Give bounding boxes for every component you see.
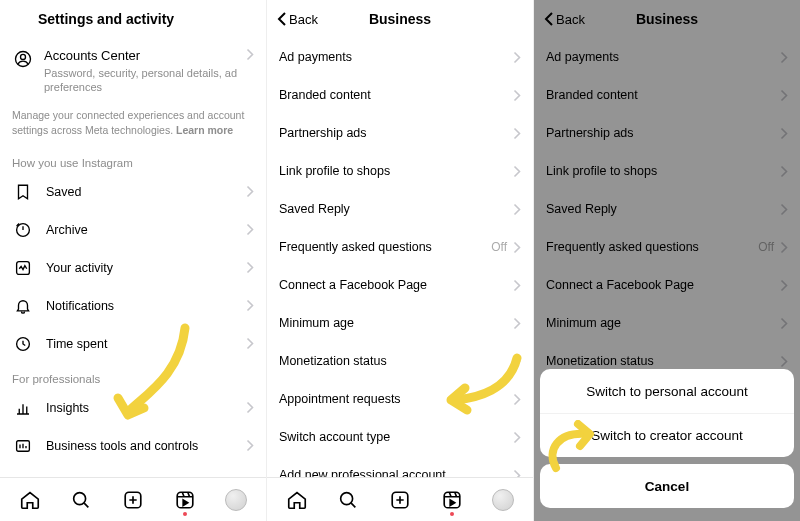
list-item[interactable]: Frequently asked questionsOff: [267, 228, 533, 266]
business-header: Back Business: [267, 0, 533, 38]
notifications-row[interactable]: Notifications: [0, 287, 266, 325]
avatar-icon: [492, 489, 514, 511]
business-panel: Back Business Ad paymentsBranded content…: [267, 0, 534, 521]
list-item[interactable]: Switch account type: [267, 418, 533, 456]
settings-header: Settings and activity: [0, 0, 266, 38]
reels-tab[interactable]: [440, 488, 464, 512]
chevron-right-icon: [246, 401, 254, 414]
home-tab[interactable]: [285, 488, 309, 512]
action-sheet: Switch to personal account Switch to cre…: [540, 369, 794, 515]
search-tab[interactable]: [69, 488, 93, 512]
chevron-right-icon: [513, 127, 521, 140]
chevron-right-icon: [246, 439, 254, 452]
chevron-right-icon: [246, 261, 254, 274]
accounts-center-sub: Password, security, personal details, ad…: [44, 66, 246, 95]
tab-bar: [267, 477, 533, 521]
back-button[interactable]: Back: [277, 11, 318, 27]
svg-point-10: [341, 492, 353, 504]
list-item[interactable]: Saved Reply: [267, 190, 533, 228]
chevron-right-icon: [513, 431, 521, 444]
learn-more-link[interactable]: Learn more: [176, 124, 233, 136]
chevron-right-icon: [513, 393, 521, 406]
chevron-right-icon: [513, 89, 521, 102]
switch-creator-option[interactable]: Switch to creator account: [540, 413, 794, 457]
bell-icon: [12, 295, 34, 317]
activity-icon: [12, 257, 34, 279]
business-panel-sheet: Back Business Ad paymentsBranded content…: [534, 0, 800, 521]
search-tab[interactable]: [336, 488, 360, 512]
chevron-right-icon: [513, 241, 521, 254]
chevron-right-icon: [513, 317, 521, 330]
business-tools-icon: [12, 435, 34, 457]
create-tab[interactable]: [121, 488, 145, 512]
svg-rect-9: [177, 492, 193, 508]
list-item[interactable]: Monetization status: [267, 342, 533, 380]
accounts-center-icon: [12, 48, 34, 70]
cancel-button[interactable]: Cancel: [540, 464, 794, 508]
chevron-right-icon: [513, 469, 521, 478]
svg-rect-12: [444, 492, 460, 508]
archive-icon: [12, 219, 34, 241]
settings-panel: Settings and activity Accounts Center Pa…: [0, 0, 267, 521]
avatar-icon: [225, 489, 247, 511]
list-item[interactable]: Connect a Facebook Page: [267, 266, 533, 304]
profile-tab[interactable]: [491, 488, 515, 512]
list-item[interactable]: Add new professional account: [267, 456, 533, 477]
ad-payments-row[interactable]: Ad payments: [0, 465, 266, 477]
profile-tab[interactable]: [224, 488, 248, 512]
chevron-right-icon: [246, 337, 254, 350]
settings-title: Settings and activity: [10, 11, 174, 27]
settings-content: Accounts Center Password, security, pers…: [0, 38, 266, 477]
chevron-right-icon: [513, 51, 521, 64]
chevron-right-icon: [246, 223, 254, 236]
chevron-right-icon: [246, 299, 254, 312]
list-item[interactable]: Link profile to shops: [267, 152, 533, 190]
list-item[interactable]: Partnership ads: [267, 114, 533, 152]
saved-row[interactable]: Saved: [0, 173, 266, 211]
list-item[interactable]: Appointment requests: [267, 380, 533, 418]
insights-row[interactable]: Insights: [0, 389, 266, 427]
manage-text: Manage your connected experiences and ac…: [0, 104, 266, 146]
section-how-you-use: How you use Instagram: [0, 147, 266, 173]
archive-row[interactable]: Archive: [0, 211, 266, 249]
bookmark-icon: [12, 181, 34, 203]
chevron-right-icon: [246, 48, 254, 61]
list-item[interactable]: Ad payments: [267, 38, 533, 76]
chevron-right-icon: [246, 185, 254, 198]
reels-tab[interactable]: [173, 488, 197, 512]
chevron-right-icon: [513, 165, 521, 178]
home-tab[interactable]: [18, 488, 42, 512]
accounts-center-row[interactable]: Accounts Center Password, security, pers…: [0, 38, 266, 104]
business-tools-row[interactable]: Business tools and controls: [0, 427, 266, 465]
time-spent-row[interactable]: Time spent: [0, 325, 266, 363]
section-professionals: For professionals: [0, 363, 266, 389]
accounts-center-title: Accounts Center: [44, 48, 246, 65]
insights-icon: [12, 397, 34, 419]
chevron-right-icon: [513, 279, 521, 292]
list-item[interactable]: Branded content: [267, 76, 533, 114]
activity-row[interactable]: Your activity: [0, 249, 266, 287]
svg-point-1: [21, 54, 26, 59]
tab-bar: [0, 477, 266, 521]
chevron-right-icon: [513, 355, 521, 368]
switch-personal-option[interactable]: Switch to personal account: [540, 369, 794, 413]
business-list: Ad paymentsBranded contentPartnership ad…: [267, 38, 533, 477]
svg-point-7: [74, 492, 86, 504]
create-tab[interactable]: [388, 488, 412, 512]
list-item[interactable]: Minimum age: [267, 304, 533, 342]
clock-icon: [12, 333, 34, 355]
chevron-right-icon: [513, 203, 521, 216]
